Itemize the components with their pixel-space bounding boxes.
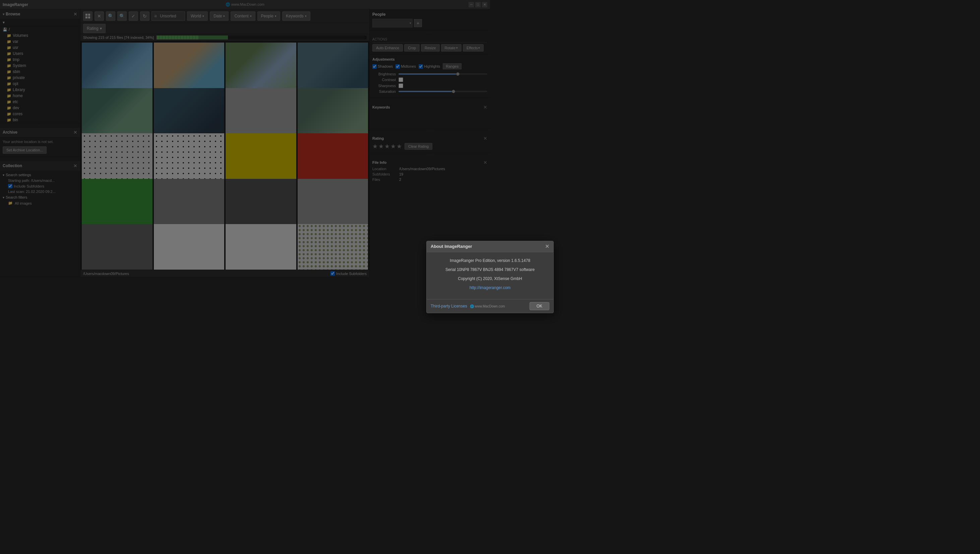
modal-overlay: About ImageRanger ✕ ImageRanger Pro Edit… xyxy=(0,0,490,277)
modal-line3: Copyright (C) 2020, XtSense GmbH xyxy=(432,275,490,277)
modal-titlebar: About ImageRanger ✕ xyxy=(427,241,490,252)
modal-line1: ImageRanger Pro Edition, version 1.6.5.1… xyxy=(432,258,490,264)
about-modal: About ImageRanger ✕ ImageRanger Pro Edit… xyxy=(426,241,490,277)
modal-title: About ImageRanger xyxy=(431,244,472,249)
modal-line2: Serial 10NP8 7867V BNJS 4894 7867V7 soft… xyxy=(432,267,490,273)
modal-body: ImageRanger Pro Edition, version 1.6.5.1… xyxy=(427,252,490,277)
